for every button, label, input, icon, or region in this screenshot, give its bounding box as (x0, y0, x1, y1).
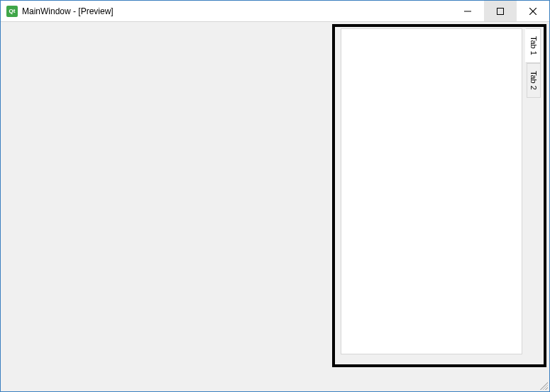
tab-1[interactable]: Tab 1 (525, 28, 541, 63)
tab-2[interactable]: Tab 2 (527, 63, 541, 98)
svg-rect-1 (497, 8, 504, 14)
main-window: Qt MainWindow - [Preview] Tab 1 Tab 2 (0, 0, 550, 392)
selection-outline: Tab 1 Tab 2 (332, 24, 546, 367)
close-button[interactable] (517, 1, 549, 21)
resize-grip-icon[interactable] (538, 380, 548, 390)
titlebar[interactable]: Qt MainWindow - [Preview] (1, 1, 549, 22)
tab-widget-content (341, 28, 522, 354)
tab-bar: Tab 1 Tab 2 (525, 28, 541, 98)
window-title: MainWindow - [Preview] (22, 6, 114, 16)
maximize-icon (497, 8, 504, 15)
close-icon (529, 8, 537, 15)
app-icon: Qt (6, 6, 18, 17)
window-controls (451, 1, 549, 21)
minimize-button[interactable] (451, 1, 484, 21)
maximize-button[interactable] (484, 1, 517, 21)
minimize-icon (464, 8, 471, 15)
client-area: Tab 1 Tab 2 (1, 22, 549, 391)
